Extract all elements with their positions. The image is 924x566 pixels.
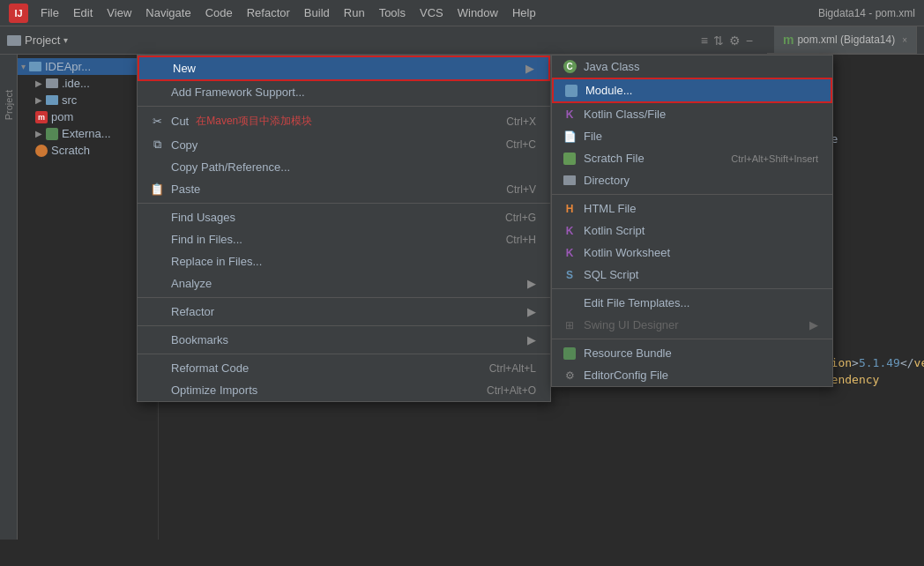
- submenu-item-kotlin-script[interactable]: K Kotlin Script: [552, 220, 832, 242]
- submenu-item-sql-script[interactable]: S SQL Script: [552, 264, 832, 286]
- maven-icon: m: [35, 111, 48, 123]
- submenu-item-scratch-file[interactable]: Scratch File Ctrl+Alt+Shift+Insert: [552, 147, 832, 169]
- menu-item-copy[interactable]: ⧉ Copy Ctrl+C: [138, 133, 550, 156]
- tab-label: pom.xml (Bigdata14): [797, 34, 895, 46]
- copy-shortcut: Ctrl+C: [506, 138, 536, 151]
- cut-shortcut: Ctrl+X: [506, 115, 536, 128]
- menu-item-label: Add Framework Support...: [171, 86, 305, 99]
- menu-item-code[interactable]: Code: [200, 4, 238, 21]
- submenu-item-kotlin-worksheet[interactable]: K Kotlin Worksheet: [552, 242, 832, 264]
- submenu-item-resource-bundle[interactable]: Resource Bundle: [552, 342, 832, 364]
- menu-item-tools[interactable]: Tools: [374, 4, 411, 21]
- menu-separator: [138, 297, 550, 298]
- submenu-item-label: Directory: [584, 174, 630, 187]
- java-class-icon: C: [561, 60, 578, 73]
- submenu-item-directory[interactable]: Directory: [552, 169, 832, 191]
- menu-item-reformat[interactable]: Reformat Code Ctrl+Alt+L: [138, 357, 550, 379]
- menu-item-refactor[interactable]: Refactor ▶: [138, 301, 550, 323]
- menu-item-label: Reformat Code: [171, 361, 249, 375]
- submenu-item-label: Module...: [585, 84, 632, 97]
- menu-item-find-files[interactable]: Find in Files... Ctrl+H: [138, 228, 550, 250]
- menu-item-bookmarks[interactable]: Bookmarks ▶: [138, 329, 550, 351]
- menu-item-edit[interactable]: Edit: [68, 4, 98, 21]
- menu-item-copy-path[interactable]: Copy Path/Reference...: [138, 156, 550, 178]
- tree-item-label: Scratch: [51, 144, 90, 157]
- menu-item-view[interactable]: View: [101, 4, 137, 21]
- expand-icon[interactable]: ⇅: [713, 34, 724, 48]
- menu-item-label: Copy Path/Reference...: [171, 160, 290, 174]
- paste-icon: 📋: [148, 182, 166, 196]
- submenu-item-kotlin-class[interactable]: K Kotlin Class/File: [552, 103, 832, 125]
- submenu-item-module[interactable]: Module...: [552, 78, 832, 103]
- submenu-item-edit-templates[interactable]: Edit File Templates...: [552, 292, 832, 314]
- menu-item-optimize[interactable]: Optimize Imports Ctrl+Alt+O: [138, 379, 550, 401]
- swing-icon: ⊞: [561, 319, 578, 331]
- submenu-item-swing-designer: ⊞ Swing UI Designer ▶: [552, 314, 832, 336]
- tree-item-label: Externa...: [62, 127, 111, 140]
- menu-item-replace-files[interactable]: Replace in Files...: [138, 250, 550, 272]
- menu-item-new[interactable]: New ▶: [139, 57, 548, 79]
- external-icon: [46, 128, 58, 140]
- menu-item-vcs[interactable]: VCS: [414, 4, 449, 21]
- menu-bar: FileEditViewNavigateCodeRefactorBuildRun…: [35, 4, 541, 21]
- tab-close-button[interactable]: ×: [902, 35, 907, 45]
- titlebar: IJ FileEditViewNavigateCodeRefactorBuild…: [0, 0, 924, 26]
- menu-item-analyze[interactable]: Analyze ▶: [138, 272, 550, 294]
- submenu-arrow: ▶: [527, 333, 536, 346]
- settings-icon[interactable]: ⚙: [729, 34, 741, 48]
- tree-item-label: IDEApr...: [45, 60, 91, 73]
- scratch-icon: [35, 145, 48, 157]
- window-title: Bigdata14 - pom.xml: [818, 7, 915, 19]
- menu-item-paste[interactable]: 📋 Paste Ctrl+V: [138, 178, 550, 200]
- hide-icon[interactable]: −: [746, 34, 753, 48]
- menu-item-refactor[interactable]: Refactor: [242, 4, 295, 21]
- menu-item-file[interactable]: File: [35, 4, 64, 21]
- submenu-item-file[interactable]: 📄 File: [552, 125, 832, 147]
- submenu-separator: [552, 288, 832, 289]
- submenu-item-label: Swing UI Designer: [584, 318, 679, 331]
- editorconfig-icon: ⚙: [561, 369, 578, 382]
- menu-item-help[interactable]: Help: [507, 4, 541, 21]
- menu-item-find-usages[interactable]: Find Usages Ctrl+G: [138, 206, 550, 228]
- sidebar-strip-label[interactable]: Project: [4, 90, 14, 120]
- scratch-file-icon: [561, 153, 578, 165]
- project-chevron[interactable]: ▾: [63, 35, 68, 45]
- menu-item-run[interactable]: Run: [339, 4, 370, 21]
- menu-item-label: Refactor: [171, 305, 214, 318]
- menu-separator: [138, 106, 550, 107]
- menu-item-label: Cut: [171, 115, 189, 128]
- folder-icon: [46, 95, 58, 105]
- cut-note: 在Maven项目中添加模块: [196, 114, 312, 129]
- submenu-item-label: Kotlin Script: [584, 224, 645, 237]
- submenu-item-html-file[interactable]: H HTML File: [552, 197, 832, 220]
- submenu-item-editorconfig[interactable]: ⚙ EditorConfig File: [552, 364, 832, 386]
- menu-item-add-framework[interactable]: Add Framework Support...: [138, 81, 550, 103]
- tree-item-label: .ide...: [62, 77, 90, 90]
- submenu-item-label: Scratch File: [584, 152, 645, 165]
- shortcut: Ctrl+H: [506, 234, 536, 246]
- submenu-item-java-class[interactable]: C Java Class: [552, 56, 832, 78]
- menu-item-navigate[interactable]: Navigate: [140, 4, 196, 21]
- menu-item-label: Find in Files...: [171, 233, 242, 246]
- submenu-arrow: ▶: [809, 318, 818, 331]
- directory-icon: [561, 175, 578, 185]
- project-label-text: Project: [25, 34, 60, 47]
- menu-item-cut[interactable]: ✂ Cut 在Maven项目中添加模块 Ctrl+X: [138, 109, 550, 133]
- kotlin-icon: K: [561, 108, 578, 121]
- menu-item-label: Analyze: [171, 277, 212, 290]
- menu-item-build[interactable]: Build: [299, 4, 335, 21]
- submenu-arrow: ▶: [527, 305, 536, 318]
- menu-separator: [138, 325, 550, 326]
- collapse-all-icon[interactable]: ≡: [701, 34, 708, 48]
- submenu-arrow: ▶: [527, 277, 536, 290]
- menu-item-window[interactable]: Window: [452, 4, 503, 21]
- submenu-item-label: Kotlin Class/File: [584, 108, 666, 121]
- pom-xml-tab[interactable]: m pom.xml (Bigdata14) ×: [774, 26, 917, 53]
- app-logo: IJ: [9, 4, 28, 23]
- file-icon: 📄: [561, 130, 578, 143]
- submenu-item-label: HTML File: [584, 202, 636, 215]
- sidebar-strip: Project: [0, 55, 18, 540]
- submenu-item-label: File: [584, 130, 602, 143]
- maven-tab-icon: m: [783, 33, 794, 47]
- tab-bar: m pom.xml (Bigdata14) ×: [767, 26, 917, 54]
